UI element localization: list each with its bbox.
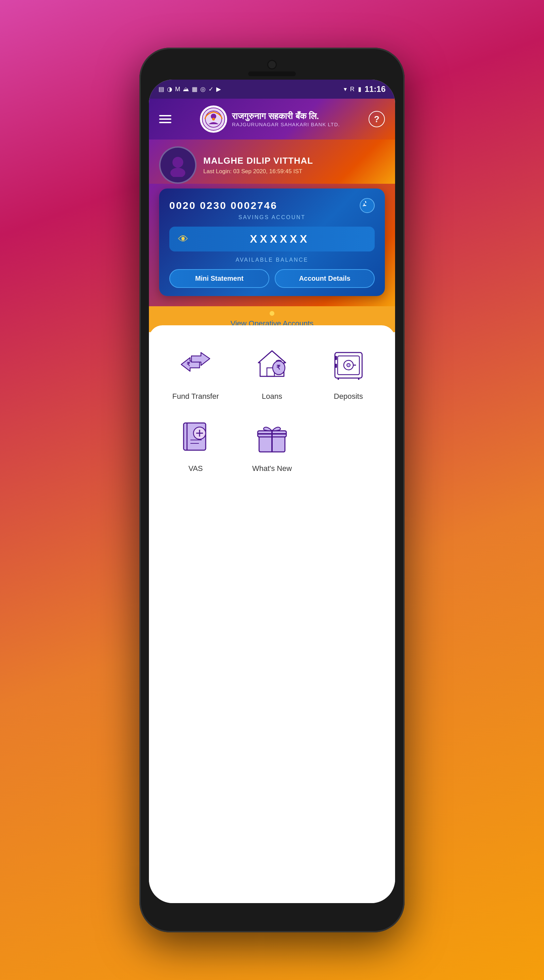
- menu-item-deposits[interactable]: Deposits: [312, 342, 385, 401]
- check-icon: ✓: [208, 86, 214, 93]
- whats-new-icon: [252, 418, 292, 455]
- account-section: 0020 0230 0002746 SAVINGS ACCOUNT 👁 XXXX…: [149, 184, 395, 306]
- account-type: SAVINGS ACCOUNT: [169, 215, 375, 221]
- refresh-icon: [363, 201, 372, 210]
- front-camera: [267, 60, 277, 69]
- fund-transfer-icon-wrap: ₹: [173, 342, 217, 387]
- bank-name-english: RAJGURUNAGAR SAHAKARI BANK LTD.: [232, 121, 339, 127]
- phone-device: ▤ ◑ M ⛰ ▦ ◎ ✓ ▶ ▾ R ▮ 11:16: [140, 48, 404, 932]
- last-login: Last Login: 03 Sep 2020, 16:59:45 IST: [203, 168, 313, 175]
- refresh-button[interactable]: [360, 198, 375, 213]
- wifi-icon: ▾: [344, 86, 347, 93]
- phone-speaker: [248, 72, 296, 76]
- vas-label: VAS: [188, 464, 203, 473]
- account-details-button[interactable]: Account Details: [275, 269, 375, 288]
- vas-icon-wrap: [173, 414, 217, 459]
- bank-logo-svg: [201, 107, 225, 131]
- app-header: राजगुरुनाग सहकारी बँक लि. RAJGURUNAGAR S…: [149, 99, 395, 140]
- menu-grid-row2: VAS: [159, 414, 385, 473]
- balance-amount: XXXXXX: [194, 233, 366, 245]
- status-left-icons: ▤ ◑ M ⛰ ▦ ◎ ✓ ▶: [159, 86, 221, 93]
- dots-row: [270, 311, 274, 316]
- account-number-row: 0020 0230 0002746: [169, 198, 375, 213]
- account-card: 0020 0230 0002746 SAVINGS ACCOUNT 👁 XXXX…: [159, 189, 385, 296]
- message-icon: ▤: [159, 86, 164, 93]
- bank-logo: [200, 105, 227, 133]
- balance-display: 👁 XXXXXX: [169, 227, 375, 251]
- phone-screen: ▤ ◑ M ⛰ ▦ ◎ ✓ ▶ ▾ R ▮ 11:16: [149, 80, 395, 903]
- hamburger-line-3: [159, 122, 171, 123]
- eye-icon[interactable]: 👁: [178, 234, 188, 245]
- nfc-icon: ◑: [167, 86, 172, 93]
- deposits-label: Deposits: [334, 392, 363, 401]
- user-avatar: [159, 146, 197, 184]
- menu-item-vas[interactable]: VAS: [159, 414, 232, 473]
- deposits-icon-wrap: [327, 342, 371, 387]
- fund-transfer-label: Fund Transfer: [172, 392, 219, 401]
- menu-grid-row1: ₹ Fund Transfer: [159, 342, 385, 401]
- status-time: 11:16: [365, 84, 385, 94]
- menu-empty-slot: [312, 414, 385, 473]
- bank-name-area: राजगुरुनाग सहकारी बँक लि. RAJGURUNAGAR S…: [232, 111, 339, 127]
- hamburger-button[interactable]: [159, 115, 171, 123]
- available-balance-label: AVAILABLE BALANCE: [169, 257, 375, 263]
- svg-point-16: [347, 363, 350, 367]
- help-button[interactable]: ?: [369, 111, 385, 127]
- main-content: ₹ Fund Transfer: [149, 325, 395, 903]
- signal-icon: R: [350, 86, 355, 93]
- card-actions: Mini Statement Account Details: [169, 269, 375, 288]
- phone-notch: [146, 54, 398, 80]
- loans-label: Loans: [262, 392, 282, 401]
- user-name: MALGHE DILIP VITTHAL: [203, 156, 313, 166]
- menu-item-fund-transfer[interactable]: ₹ Fund Transfer: [159, 342, 232, 401]
- svg-point-5: [170, 168, 185, 177]
- avatar-svg: [166, 153, 190, 177]
- svg-text:₹: ₹: [187, 361, 190, 367]
- menu-item-whats-new[interactable]: What's New: [236, 414, 309, 473]
- youtube-icon: ▶: [216, 86, 221, 93]
- bank-logo-area: राजगुरुनाग सहकारी बँक लि. RAJGURUNAGAR S…: [200, 105, 339, 133]
- dot-active: [270, 311, 274, 316]
- hamburger-line-2: [159, 118, 171, 120]
- status-right-icons: ▾ R ▮ 11:16: [344, 84, 385, 94]
- deposits-icon: [328, 346, 369, 383]
- svg-rect-19: [335, 364, 337, 368]
- photo-icon: ⛰: [183, 86, 189, 93]
- bank-name-hindi: राजगुरुनाग सहकारी बँक लि.: [232, 111, 339, 121]
- vas-icon: [175, 418, 216, 455]
- svg-rect-18: [335, 356, 337, 360]
- svg-point-4: [172, 157, 183, 168]
- media-icon: ◎: [200, 86, 206, 93]
- calendar-icon: ▦: [192, 86, 198, 93]
- account-number: 0020 0230 0002746: [169, 200, 278, 211]
- mini-statement-button[interactable]: Mini Statement: [169, 269, 269, 288]
- fund-transfer-icon: ₹: [175, 346, 216, 383]
- status-bar: ▤ ◑ M ⛰ ▦ ◎ ✓ ▶ ▾ R ▮ 11:16: [149, 80, 395, 99]
- help-label: ?: [374, 114, 379, 124]
- svg-text:₹: ₹: [276, 364, 281, 371]
- svg-point-3: [212, 118, 215, 121]
- whats-new-icon-wrap: [250, 414, 294, 459]
- gmail-icon: M: [175, 86, 180, 93]
- whats-new-label: What's New: [252, 464, 292, 473]
- menu-item-loans[interactable]: ₹ Loans: [236, 342, 309, 401]
- hamburger-line-1: [159, 115, 171, 116]
- user-info: MALGHE DILIP VITTHAL Last Login: 03 Sep …: [203, 156, 313, 175]
- loans-icon: ₹: [252, 346, 292, 383]
- user-section: MALGHE DILIP VITTHAL Last Login: 03 Sep …: [149, 140, 395, 184]
- loans-icon-wrap: ₹: [250, 342, 294, 387]
- battery-icon: ▮: [358, 86, 362, 93]
